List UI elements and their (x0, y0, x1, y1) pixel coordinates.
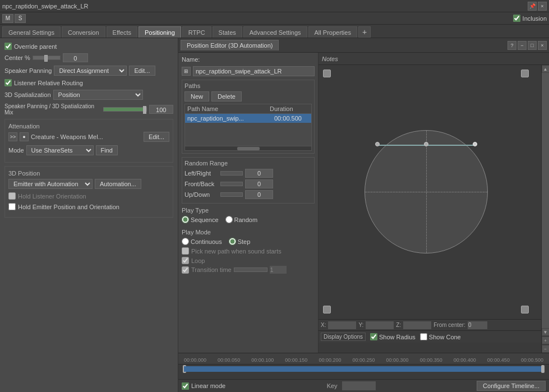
outer-handle-tl[interactable] (323, 70, 331, 77)
name-icon: ⊞ (182, 67, 191, 76)
position-editor-help-button[interactable]: ? (508, 41, 516, 50)
inclusion-checkbox[interactable] (513, 15, 520, 22)
x-label: X: (321, 322, 326, 328)
speaker-panning-edit-button[interactable]: Edit... (129, 66, 155, 76)
center-value: 0 (63, 53, 88, 62)
linear-mode-checkbox[interactable] (182, 382, 189, 390)
outer-handle-bl[interactable] (323, 306, 331, 313)
random-radio[interactable] (225, 216, 233, 223)
up-down-label: Up/Down (184, 191, 218, 198)
solo-button[interactable]: S (15, 14, 26, 23)
pin-button[interactable]: 📌 (528, 2, 537, 11)
speaker-panning-dropdown[interactable]: Direct Assignment (54, 66, 127, 76)
hold-listener-label: Hold Listener Orientation (8, 192, 86, 200)
mix-slider[interactable] (103, 107, 146, 112)
position-3d-title: 3D Position (8, 170, 169, 177)
random-range-section: Random Range Left/Right Front/Back Up/Do… (182, 157, 315, 204)
tab-advanced-settings[interactable]: Advanced Settings (243, 26, 307, 38)
timeline-handle-right[interactable] (541, 365, 545, 373)
display-options-title: Display Options (321, 333, 366, 341)
path-dot-left[interactable] (375, 142, 380, 146)
tab-add-button[interactable]: + (358, 26, 371, 38)
tab-conversion[interactable]: Conversion (62, 26, 105, 38)
position-editor-close-button[interactable]: × (538, 41, 547, 50)
position-editor-minimize-button[interactable]: − (518, 41, 527, 50)
center-slider-container: 0 (33, 53, 88, 62)
close-window-button[interactable]: × (538, 2, 547, 11)
step-radio[interactable] (229, 238, 236, 245)
show-cone-label[interactable]: Show Cone (420, 333, 461, 340)
tab-rtpc[interactable]: RTPC (182, 26, 211, 38)
find-button[interactable]: Find (96, 145, 118, 155)
left-right-input[interactable] (245, 169, 273, 178)
outer-handle-br[interactable] (521, 306, 529, 313)
paths-scrollbar[interactable] (237, 147, 260, 150)
continuous-label[interactable]: Continuous (182, 238, 222, 245)
ruler-mark-8: 00:00.400 (454, 357, 476, 363)
scroll-up-button[interactable]: ▲ (542, 65, 550, 73)
timeline-bar[interactable] (184, 366, 543, 372)
mute-button[interactable]: M (2, 14, 13, 23)
z-input[interactable] (403, 321, 431, 329)
timeline-track[interactable] (178, 365, 549, 380)
emitter-dropdown[interactable]: Emitter with Automation (8, 179, 93, 189)
step-label[interactable]: Step (229, 238, 251, 245)
listener-relative-label[interactable]: Listener Relative Routing (4, 79, 83, 86)
position-editor-tab[interactable]: Position Editor (3D Automation) (181, 40, 279, 50)
override-parent-label[interactable]: Override parent (4, 43, 57, 50)
y-label: Y: (358, 322, 363, 328)
continuous-radio[interactable] (182, 238, 189, 245)
ruler-mark-4: 00:00.200 (319, 357, 341, 363)
from-center-input[interactable] (468, 321, 487, 329)
x-input[interactable] (328, 321, 356, 329)
zoom-out-button[interactable]: − (542, 345, 550, 353)
hold-emitter-label[interactable]: Hold Emitter Position and Orientation (8, 203, 119, 210)
new-path-button[interactable]: New (184, 91, 209, 102)
up-down-input[interactable] (245, 190, 273, 199)
show-radius-label[interactable]: Show Radius (370, 333, 416, 340)
zoom-in-button[interactable]: + (542, 336, 550, 344)
inclusion-checkbox-row: Inclusion (513, 15, 547, 22)
center-slider-track[interactable] (33, 56, 61, 60)
sequence-label[interactable]: Sequence (182, 216, 219, 223)
key-input[interactable] (342, 381, 376, 390)
sequence-radio[interactable] (182, 216, 189, 223)
left-panel: Override parent Center % 0 Speaker Panni… (0, 38, 178, 392)
tab-effects[interactable]: Effects (107, 26, 137, 38)
path-table-row[interactable]: npc_raptidon_swip... 00:00.500 (185, 114, 311, 123)
up-down-slider[interactable] (220, 192, 243, 197)
outer-handle-tr[interactable] (521, 70, 529, 77)
y-input[interactable] (366, 321, 394, 329)
configure-timeline-button[interactable]: Configure Timeline... (477, 381, 546, 391)
loop-checkbox (182, 257, 189, 264)
path-dot-center[interactable] (424, 142, 428, 146)
delete-path-button[interactable]: Delete (211, 91, 242, 102)
attenuation-edit-button[interactable]: Edit... (144, 132, 169, 142)
mode-dropdown[interactable]: Use ShareSets (26, 145, 94, 155)
left-right-slider[interactable] (220, 171, 243, 176)
scroll-track[interactable] (542, 73, 550, 328)
tab-general-settings[interactable]: General Settings (2, 26, 61, 38)
show-cone-checkbox[interactable] (420, 333, 427, 340)
random-label[interactable]: Random (225, 216, 258, 223)
front-back-input[interactable] (245, 179, 273, 188)
transition-slider[interactable] (234, 268, 267, 272)
path-dot-right[interactable] (473, 142, 477, 146)
show-radius-checkbox[interactable] (370, 333, 377, 340)
position-editor-restore-button[interactable]: □ (528, 41, 537, 50)
automation-button[interactable]: Automation... (95, 179, 141, 189)
name-input[interactable] (193, 66, 315, 76)
hold-emitter-checkbox[interactable] (8, 203, 16, 210)
attenuation-expand-icon[interactable]: >> (8, 132, 17, 141)
spatialization-dropdown[interactable]: Position (53, 90, 143, 100)
tab-states[interactable]: States (213, 26, 242, 38)
tab-positioning[interactable]: Positioning (139, 26, 181, 38)
play-mode-radio-row: Continuous Step (182, 238, 315, 245)
scroll-down-button[interactable]: ▼ (542, 328, 550, 336)
listener-relative-row: Listener Relative Routing (4, 79, 173, 86)
override-parent-checkbox[interactable] (4, 43, 12, 50)
linear-mode-label[interactable]: Linear mode (182, 382, 225, 390)
tab-all-properties[interactable]: All Properties (308, 26, 357, 38)
front-back-slider[interactable] (220, 182, 243, 186)
listener-relative-checkbox[interactable] (4, 79, 12, 86)
